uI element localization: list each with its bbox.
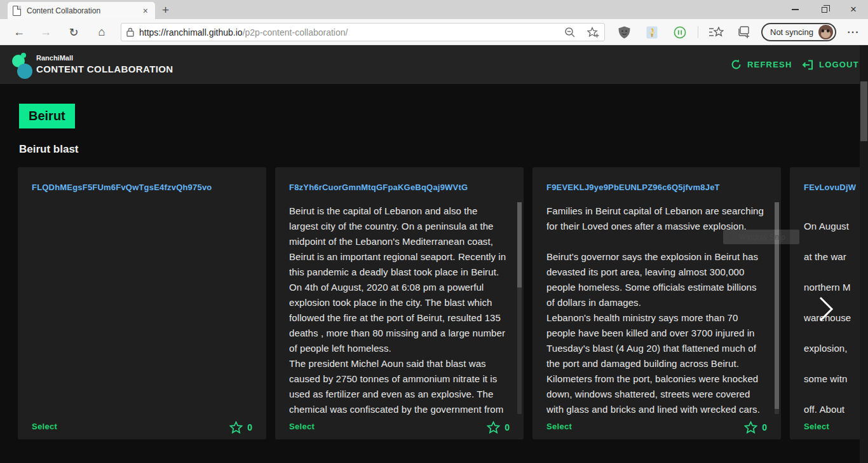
content-body[interactable]: Beirut is the capital of Lebanon and als… <box>289 204 507 417</box>
zoom-out-icon[interactable] <box>564 27 576 38</box>
snip-dot-icon <box>729 235 733 239</box>
content-body[interactable] <box>32 204 250 417</box>
card-scrollbar[interactable] <box>517 202 522 414</box>
card-scrollbar-thumb[interactable] <box>517 202 522 287</box>
card-carousel: FLQDhMEgsF5FUm6FvQwTgsE4fzvQh975vo Selec… <box>18 167 868 439</box>
body-line: at the war <box>804 249 868 265</box>
content-id-link[interactable]: F9EVEKLJ9ye9PbEUNLPZ96c6Q5jfvm8JeT <box>546 183 720 192</box>
browser-tab[interactable]: Content Collaboration × <box>8 2 155 19</box>
sync-status-label: Not syncing <box>770 27 813 37</box>
star-group[interactable]: 0 <box>744 421 767 434</box>
body-line: northern M <box>804 280 868 295</box>
carousel-next-button[interactable] <box>816 295 835 323</box>
page-favicon-icon <box>13 6 21 16</box>
star-count: 0 <box>247 422 252 432</box>
brand-name: RanchiMall <box>36 54 173 62</box>
refresh-icon <box>731 59 742 70</box>
window-close-button[interactable]: × <box>839 0 868 19</box>
add-favorite-icon[interactable] <box>587 27 599 38</box>
content-card-3: F9EVEKLJ9ye9PbEUNLPZ96c6Q5jfvm8JeT Famil… <box>532 167 781 439</box>
refresh-label: REFRESH <box>747 60 792 69</box>
adblock-extension-icon[interactable] <box>616 19 632 45</box>
logout-button[interactable]: LOGOUT <box>802 45 859 84</box>
select-button[interactable]: Select <box>289 422 315 431</box>
screenshot-root: Content Collaboration × + × ← → ↻ ⌂ http… <box>0 0 868 463</box>
profile-avatar <box>818 25 833 39</box>
tab-title: Content Collaboration <box>27 6 141 15</box>
snip-tooltip-label: Window Snip <box>739 233 785 242</box>
browser-titlebar: Content Collaboration × + × <box>0 0 868 19</box>
url-text: https://ranchimall.github.io/p2p-content… <box>139 27 564 38</box>
lock-icon <box>126 27 134 37</box>
app-header: RanchiMall CONTENT COLLABORATION REFRESH… <box>0 45 868 84</box>
content-id-link[interactable]: FEvLovuDjW <box>804 183 856 192</box>
forward-button[interactable]: → <box>37 19 55 45</box>
new-tab-button[interactable]: + <box>162 2 169 18</box>
browser-toolbar: ← → ↻ ⌂ https://ranchimall.github.io/p2p… <box>0 19 868 45</box>
minimize-icon <box>792 9 799 10</box>
page-scrollbar-thumb[interactable] <box>860 81 867 141</box>
content-id-link[interactable]: F8zYh6rCuorGmnMtqGFpaKGeBqQaj9WVtG <box>289 183 468 192</box>
app-title: CONTENT COLLABORATION <box>36 64 173 74</box>
logout-label: LOGOUT <box>819 60 859 69</box>
restore-icon <box>822 7 827 13</box>
body-line: some witn <box>804 371 868 387</box>
topic-chip: Beirut <box>19 104 75 128</box>
reload-button[interactable]: ↻ <box>65 19 83 45</box>
address-bar[interactable]: https://ranchimall.github.io/p2p-content… <box>121 23 605 41</box>
profile-button[interactable]: Not syncing <box>761 23 836 41</box>
star-icon[interactable] <box>744 421 757 434</box>
star-icon[interactable] <box>229 421 243 434</box>
select-button[interactable]: Select <box>546 422 572 431</box>
select-button[interactable]: Select <box>804 422 829 431</box>
pause-extension-icon[interactable] <box>672 19 688 45</box>
star-count: 0 <box>762 422 767 432</box>
brand-block: RanchiMall CONTENT COLLABORATION <box>36 54 173 74</box>
url-path: /p2p-content-collaboration/ <box>243 27 348 38</box>
star-group[interactable]: 0 <box>487 421 510 434</box>
star-group[interactable]: 0 <box>229 421 252 434</box>
ranchimall-logo <box>11 52 32 79</box>
window-restore-button[interactable] <box>810 0 839 19</box>
page-subtitle: Beirut blast <box>19 143 79 156</box>
window-controls: × <box>780 0 868 19</box>
content-body[interactable]: On August at the war northern M warehous… <box>804 204 868 417</box>
torch-extension-icon[interactable] <box>644 19 660 45</box>
body-line: On August <box>804 219 868 234</box>
home-button[interactable]: ⌂ <box>93 19 111 45</box>
collections-icon[interactable] <box>735 19 754 45</box>
body-line: warehouse <box>804 310 868 326</box>
refresh-button[interactable]: REFRESH <box>731 45 792 84</box>
page-scrollbar[interactable] <box>860 45 868 463</box>
star-count: 0 <box>505 422 510 432</box>
select-button[interactable]: Select <box>32 422 57 431</box>
body-line: off. About <box>804 402 868 417</box>
logout-icon <box>802 60 813 70</box>
url-host: https://ranchimall.github.io <box>139 27 243 38</box>
toolbar-separator <box>698 26 698 38</box>
window-minimize-button[interactable] <box>780 0 810 19</box>
content-card-1: FLQDhMEgsF5FUm6FvQwTgsE4fzvQh975vo Selec… <box>18 167 266 439</box>
content-card-2: F8zYh6rCuorGmnMtqGFpaKGeBqQaj9WVtG Beiru… <box>275 167 524 439</box>
tab-close-icon[interactable]: × <box>141 6 150 16</box>
back-button[interactable]: ← <box>10 19 28 45</box>
body-line: explosion, <box>804 341 868 356</box>
window-snip-tooltip: Window Snip <box>723 230 799 244</box>
content-id-link[interactable]: FLQDhMEgsF5FUm6FvQwTgsE4fzvQh975vo <box>32 183 212 192</box>
star-icon[interactable] <box>487 421 500 434</box>
browser-menu-button[interactable]: ··· <box>843 19 864 45</box>
favorites-bar-icon[interactable] <box>707 19 726 45</box>
